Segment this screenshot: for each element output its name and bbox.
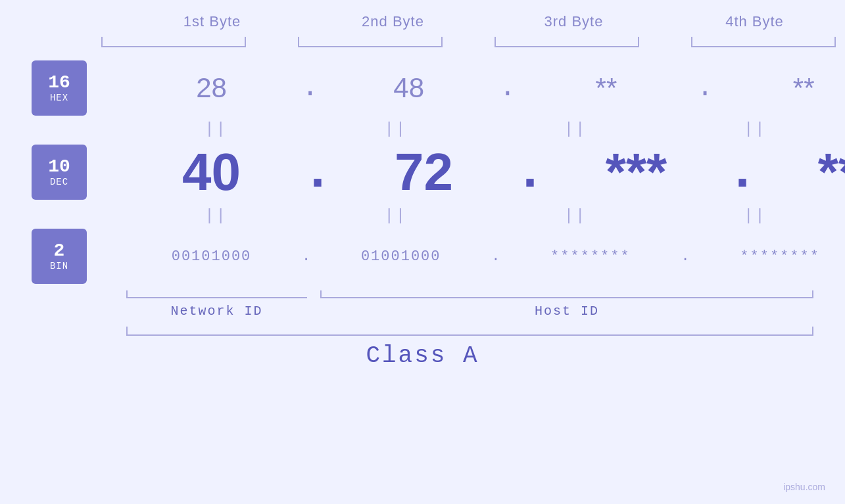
dec-badge: 10 DEC [32,145,87,200]
bracket-byte2 [289,37,452,47]
byte-headers: 1st Byte 2nd Byte 3rd Byte 4th Byte [0,13,845,30]
main-container: 1st Byte 2nd Byte 3rd Byte 4th Byte [0,0,845,504]
class-label-container: Class A [0,342,845,369]
hex-badge: 16 HEX [32,60,87,116]
network-id-label: Network ID [126,304,307,319]
byte1-header: 1st Byte [122,13,302,30]
id-labels: Network ID Host ID [0,304,845,319]
bin-byte4: ******** [690,248,845,265]
host-id-bracket [320,290,813,298]
hex-byte4: ** [713,72,845,104]
pipe-row-2: || || || || [0,202,845,229]
class-bracket [0,327,845,336]
dec-byte1: 40 [121,142,302,202]
dec-badge-num: 10 [48,157,70,177]
hex-byte1: 28 [121,72,302,104]
hex-byte3: ** [516,72,696,104]
class-a-label: Class A [366,342,479,369]
host-id-label: Host ID [320,304,813,319]
hex-badge-label: HEX [50,93,68,103]
bin-badge: 2 BIN [32,229,87,284]
byte4-header: 4th Byte [664,13,845,30]
byte2-header: 2nd Byte [302,13,483,30]
bin-badge-num: 2 [54,241,65,262]
bin-row: 2 BIN 00101000 . 01001000 . ******** . *… [0,229,845,284]
network-id-bracket [126,290,307,298]
watermark: ipshu.com [783,482,825,492]
dec-byte4: *** [758,142,845,202]
bin-byte3: ******** [500,248,681,265]
pipe-row-1: || || || || [0,116,845,142]
top-brackets [0,37,845,47]
dec-badge-label: DEC [50,177,68,187]
bin-badge-label: BIN [50,261,68,271]
dec-byte2: 72 [333,142,514,202]
dec-byte3: *** [546,142,727,202]
bin-byte1: 00101000 [121,248,302,265]
hex-badge-num: 16 [48,73,70,93]
id-brackets [0,290,845,298]
bracket-byte3 [485,37,648,47]
byte3-header: 3rd Byte [483,13,664,30]
dec-values: 40 . 72 . *** . *** [121,142,845,202]
bracket-byte4 [681,37,845,47]
bin-values: 00101000 . 01001000 . ******** . *******… [121,248,845,265]
hex-values: 28 . 48 . ** . ** [121,72,845,104]
hex-byte2: 48 [318,72,499,104]
dec-row: 10 DEC 40 . 72 . *** . *** [0,142,845,202]
hex-row: 16 HEX 28 . 48 . ** . ** [0,60,845,116]
bin-byte2: 01001000 [310,248,491,265]
bracket-byte1 [92,37,256,47]
